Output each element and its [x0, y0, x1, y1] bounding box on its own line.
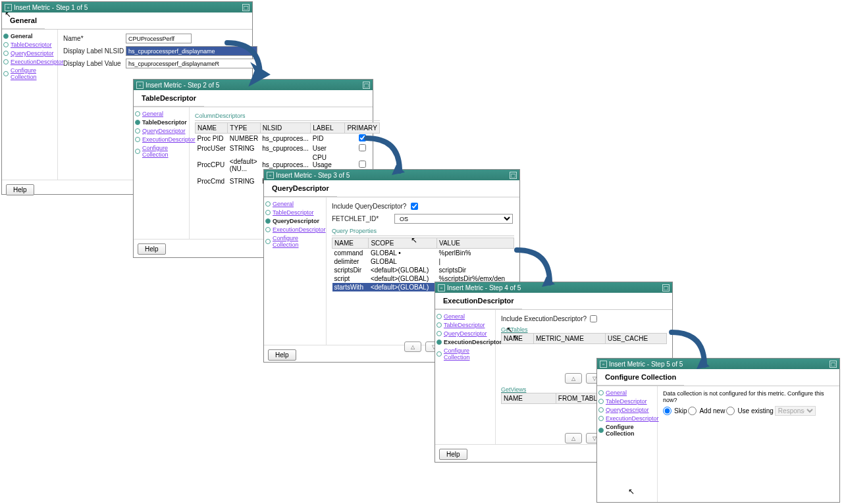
wizard-sidebar: General TableDescriptor QueryDescriptor …	[264, 197, 327, 345]
gettables-header: GetTables	[501, 326, 667, 333]
tab-general: General	[2, 13, 45, 29]
value-input[interactable]	[126, 59, 257, 68]
sidebar-item-config[interactable]: Configure Collection	[273, 235, 325, 248]
tab-config: Configure Collection	[597, 369, 684, 386]
help-button[interactable]: Help	[138, 243, 166, 255]
sidebar-item-exec[interactable]: ExecutionDescriptor	[11, 59, 64, 65]
sys-icon: ◦	[5, 4, 12, 11]
titlebar[interactable]: ◦Insert Metric - Step 5 of 5 □	[597, 359, 839, 369]
up-button[interactable]: △	[404, 341, 421, 352]
help-button[interactable]: Help	[6, 184, 34, 195]
window-title: Insert Metric - Step 2 of 5	[145, 82, 219, 89]
config-message: Data collection is not configured for th…	[663, 390, 834, 403]
sidebar-item-query[interactable]: QueryDescriptor	[273, 218, 319, 224]
sys-icon: ◦	[438, 284, 445, 291]
fetchlet-select[interactable]: OS	[394, 214, 513, 224]
existing-label: Use existing	[737, 407, 773, 415]
maximize-icon[interactable]: □	[662, 284, 670, 291]
sidebar-item-config[interactable]: Configure Collection	[444, 347, 494, 361]
table-row: delimiterGLOBAL|	[332, 257, 514, 266]
sidebar-item-table[interactable]: TableDescriptor	[142, 119, 187, 126]
up-button[interactable]: △	[565, 373, 582, 384]
section-header: ColumnDescriptors	[195, 111, 380, 121]
wizard-sidebar: General TableDescriptor QueryDescriptor …	[435, 310, 496, 444]
sidebar-item-table[interactable]: TableDescriptor	[11, 41, 52, 48]
include-query-checkbox[interactable]	[411, 201, 418, 211]
sidebar-item-table[interactable]: TableDescriptor	[606, 398, 647, 405]
fetchlet-label: FETCHLET_ID*	[332, 215, 394, 222]
sidebar-item-query[interactable]: QueryDescriptor	[11, 50, 54, 57]
sidebar-item-general[interactable]: General	[444, 313, 465, 320]
include-exec-label: Include ExecutionDescriptor?	[501, 315, 590, 322]
include-query-label: Include QueryDescriptor?	[332, 203, 411, 210]
maximize-icon[interactable]: □	[830, 361, 837, 368]
tab-exec: ExecutionDescriptor	[435, 293, 522, 309]
nlsid-input[interactable]	[126, 46, 257, 56]
window-title: Insert Metric - Step 1 of 5	[14, 4, 88, 11]
sidebar-item-config[interactable]: Configure Collection	[142, 145, 188, 158]
maximize-icon[interactable]: □	[363, 82, 370, 89]
dialog-step5: ◦Insert Metric - Step 5 of 5 □ Configure…	[596, 358, 840, 503]
sys-icon: ◦	[600, 361, 607, 368]
value-label: Display Label Value	[63, 60, 126, 67]
sidebar-item-exec[interactable]: ExecutionDescriptor	[273, 226, 326, 233]
addnew-label: Add new	[699, 407, 725, 415]
table-row: commandGLOBAL •%perlBin%	[332, 249, 514, 258]
maximize-icon[interactable]: □	[242, 4, 250, 11]
maximize-icon[interactable]: □	[510, 172, 517, 179]
tab-query: QueryDescriptor	[264, 180, 337, 197]
table-row: scriptsDir<default>(GLOBAL)scriptsDir	[332, 266, 514, 274]
response-select[interactable]: Response	[775, 406, 816, 416]
name-input[interactable]	[126, 34, 192, 43]
sidebar-item-exec[interactable]: ExecutionDescriptor	[444, 339, 502, 345]
sidebar-item-config[interactable]: Configure Collection	[606, 424, 656, 437]
up-button[interactable]: △	[565, 433, 582, 443]
sidebar-item-general[interactable]: General	[11, 33, 33, 39]
sys-icon: ◦	[136, 82, 144, 89]
titlebar[interactable]: ◦Insert Metric - Step 4 of 5 □	[435, 282, 672, 293]
skip-radio[interactable]	[663, 407, 672, 415]
wizard-sidebar: General TableDescriptor QueryDescriptor …	[2, 30, 58, 180]
include-exec-checkbox[interactable]	[590, 314, 597, 324]
window-title: Insert Metric - Step 3 of 5	[276, 172, 350, 179]
sidebar-item-query[interactable]: QueryDescriptor	[444, 330, 487, 337]
sys-icon: ◦	[267, 172, 274, 179]
wizard-sidebar: General TableDescriptor QueryDescriptor …	[597, 386, 658, 502]
sidebar-item-exec[interactable]: ExecutionDescriptor	[606, 415, 659, 422]
sidebar-item-table[interactable]: TableDescriptor	[273, 209, 314, 216]
addnew-radio[interactable]	[688, 407, 697, 415]
gettables-table[interactable]: NAMEMETRIC_NAMEUSE_CACHE	[501, 333, 667, 344]
titlebar[interactable]: ◦Insert Metric - Step 3 of 5 □	[264, 170, 519, 180]
tab-table: TableDescriptor	[134, 90, 204, 107]
primary-checkbox[interactable]	[359, 134, 366, 141]
nlsid-label: Display Label NLSID	[63, 47, 126, 55]
help-button[interactable]: Help	[268, 349, 296, 361]
table-row: ProcUSerSTRINGhs_cpuproces...User	[196, 143, 380, 153]
sidebar-item-general[interactable]: General	[142, 111, 163, 117]
name-label: Name*	[63, 35, 126, 42]
sidebar-item-exec[interactable]: ExecutionDescriptor	[142, 136, 196, 143]
table-row: Proc PIDNUMBERhs_cpuproces...PID	[196, 134, 380, 144]
titlebar[interactable]: ◦Insert Metric - Step 2 of 5 □	[134, 80, 373, 90]
sidebar-item-query[interactable]: QueryDescriptor	[142, 128, 186, 134]
window-title: Insert Metric - Step 4 of 5	[447, 284, 521, 291]
sidebar-item-table[interactable]: TableDescriptor	[444, 322, 485, 328]
section-header: Query Properties	[332, 226, 514, 236]
primary-checkbox[interactable]	[359, 161, 366, 168]
primary-checkbox[interactable]	[359, 144, 366, 151]
window-title: Insert Metric - Step 5 of 5	[609, 361, 683, 368]
skip-label: Skip	[674, 407, 687, 415]
wizard-sidebar: General TableDescriptor QueryDescriptor …	[134, 107, 190, 239]
sidebar-item-config[interactable]: Configure Collection	[11, 67, 56, 80]
sidebar-item-general[interactable]: General	[606, 390, 627, 396]
sidebar-item-query[interactable]: QueryDescriptor	[606, 407, 649, 413]
titlebar[interactable]: ◦Insert Metric - Step 1 of 5 □	[2, 2, 252, 13]
existing-radio[interactable]	[726, 407, 735, 415]
sidebar-item-general[interactable]: General	[273, 201, 294, 207]
help-button[interactable]: Help	[439, 449, 467, 460]
